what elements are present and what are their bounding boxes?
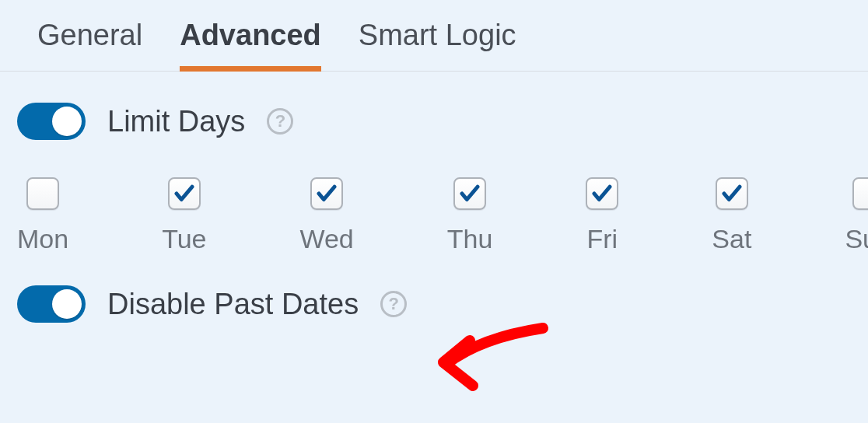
day-label: Tue xyxy=(162,224,206,254)
day-option: Sat xyxy=(712,177,751,254)
day-checkbox[interactable] xyxy=(453,177,486,210)
day-label: Fri xyxy=(587,224,618,254)
day-checkbox[interactable] xyxy=(168,177,201,210)
day-checkbox[interactable] xyxy=(26,177,59,210)
tab-advanced[interactable]: Advanced xyxy=(180,19,321,71)
settings-tabs: General Advanced Smart Logic xyxy=(0,0,868,72)
day-option: Fri xyxy=(586,177,618,254)
day-label: Sat xyxy=(712,224,751,254)
limit-days-label: Limit Days xyxy=(107,105,245,138)
day-checkbox[interactable] xyxy=(852,177,868,210)
annotation-arrow-icon xyxy=(434,314,558,415)
day-option: Tue xyxy=(162,177,206,254)
limit-days-toggle[interactable] xyxy=(17,103,86,140)
tab-smart-logic[interactable]: Smart Logic xyxy=(359,19,516,71)
disable-past-dates-row: Disable Past Dates ? xyxy=(0,254,868,323)
day-label: Wed xyxy=(299,224,353,254)
disable-past-dates-label: Disable Past Dates xyxy=(107,288,359,321)
day-label: Sun xyxy=(845,224,868,254)
limit-days-row: Limit Days ? xyxy=(0,72,868,140)
day-option: Sun xyxy=(845,177,868,254)
day-checkbox[interactable] xyxy=(716,177,748,210)
day-option: Wed xyxy=(299,177,353,254)
day-option: Thu xyxy=(447,177,493,254)
day-checkbox[interactable] xyxy=(586,177,618,210)
tab-general[interactable]: General xyxy=(37,19,142,71)
day-label: Mon xyxy=(17,224,68,254)
day-checkbox-group: MonTueWedThuFriSatSun xyxy=(0,140,868,254)
help-icon[interactable]: ? xyxy=(380,291,407,317)
disable-past-dates-toggle[interactable] xyxy=(17,285,86,323)
day-label: Thu xyxy=(447,224,493,254)
help-icon[interactable]: ? xyxy=(267,108,293,135)
day-option: Mon xyxy=(17,177,68,254)
day-checkbox[interactable] xyxy=(310,177,343,210)
